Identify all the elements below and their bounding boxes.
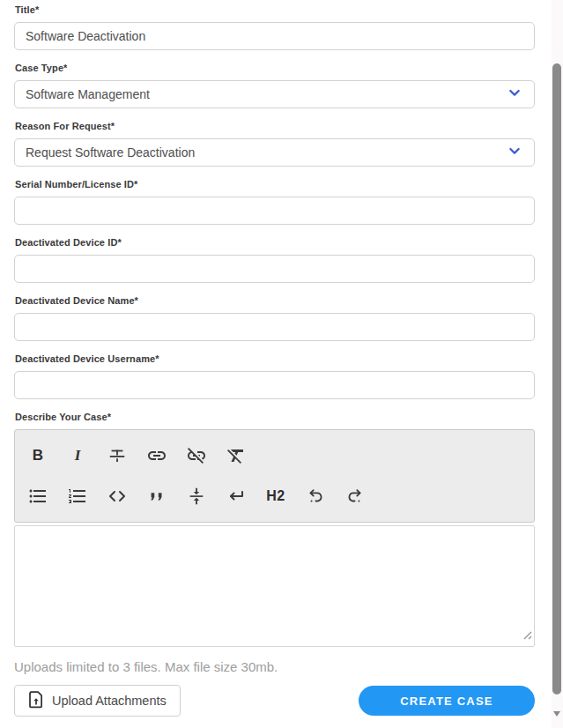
editor-toolbar: B I [14,429,535,523]
strikethrough-icon [107,446,127,465]
field-group-describe: Describe Your Case* B I [14,412,535,647]
heading-2-button[interactable]: H2 [262,481,290,511]
code-view-button[interactable] [103,481,131,511]
device-id-input[interactable] [14,255,535,283]
device-username-label: Deactivated Device Username* [15,353,535,365]
redo-icon [345,487,365,506]
unlink-icon [186,445,207,466]
describe-label: Describe Your Case* [15,412,535,423]
link-icon [146,445,167,466]
clear-formatting-button[interactable] [222,441,250,471]
italic-button[interactable]: I [63,441,92,471]
upload-file-icon [28,690,44,711]
field-group-title: Title* [14,4,535,50]
field-group-device-id: Deactivated Device ID* [14,237,535,283]
case-form: Title* Case Type* Software Management Re… [14,0,535,717]
link-button[interactable] [143,441,171,471]
field-group-serial: Serial Number/License ID* [14,179,535,225]
field-group-reason: Reason For Request* Request Software Dea… [14,121,535,167]
heading-2-icon: H2 [266,488,285,504]
device-name-label: Deactivated Device Name* [15,295,535,307]
toolbar-row-2: H2 [24,476,525,516]
strikethrough-button[interactable] [103,441,131,471]
scrollbar-track[interactable] [552,0,563,728]
bullet-list-button[interactable] [24,481,52,511]
scrollbar-thumb[interactable] [552,63,561,695]
vertical-align-center-icon [187,487,206,506]
field-group-device-username: Deactivated Device Username* [14,353,535,399]
chevron-down-icon [507,144,522,161]
bullet-list-icon [27,486,48,507]
reason-select[interactable]: Request Software Deactivation [14,138,535,167]
code-view-icon [107,486,128,507]
chevron-down-icon [507,85,522,103]
uploads-hint: Uploads limited to 3 files. Max file siz… [14,659,535,675]
clear-formatting-icon [226,445,247,466]
create-case-button[interactable]: CREATE CASE [359,686,535,716]
undo-button[interactable] [301,481,330,511]
hard-break-button[interactable] [222,481,250,511]
ordered-list-icon [67,486,88,507]
unlink-button[interactable] [182,441,211,471]
device-name-input[interactable] [14,313,535,341]
case-type-select[interactable]: Software Management [14,80,535,108]
bold-icon: B [33,447,43,464]
redo-button[interactable] [341,481,369,511]
field-group-device-name: Deactivated Device Name* [14,295,535,341]
title-input[interactable] [14,22,535,50]
vertical-align-center-button[interactable] [182,481,211,511]
field-group-case-type: Case Type* Software Management [14,63,535,108]
upload-attachments-label: Upload Attachments [52,694,167,708]
bold-button[interactable]: B [24,441,52,471]
actions-row: Upload Attachments CREATE CASE [14,685,535,717]
rich-text-editor: B I [14,429,535,647]
ordered-list-button[interactable] [63,481,92,511]
serial-label: Serial Number/License ID* [15,179,535,190]
upload-attachments-button[interactable]: Upload Attachments [14,685,181,717]
editor-body [14,525,535,647]
toolbar-row-1: B I [24,435,525,476]
blockquote-icon [147,487,167,506]
undo-icon [306,487,325,506]
blockquote-button[interactable] [143,481,171,511]
reason-label: Reason For Request* [15,121,535,132]
device-id-label: Deactivated Device ID* [15,237,535,249]
scroll-down-arrow-icon[interactable] [553,711,560,717]
serial-input[interactable] [14,197,535,225]
case-type-value: Software Management [26,87,150,101]
case-type-label: Case Type* [15,63,535,74]
reason-value: Request Software Deactivation [26,145,195,160]
hard-break-icon [226,486,247,507]
title-label: Title* [15,4,535,16]
describe-textarea[interactable] [14,525,535,647]
italic-icon: I [75,447,81,464]
device-username-input[interactable] [14,371,535,399]
